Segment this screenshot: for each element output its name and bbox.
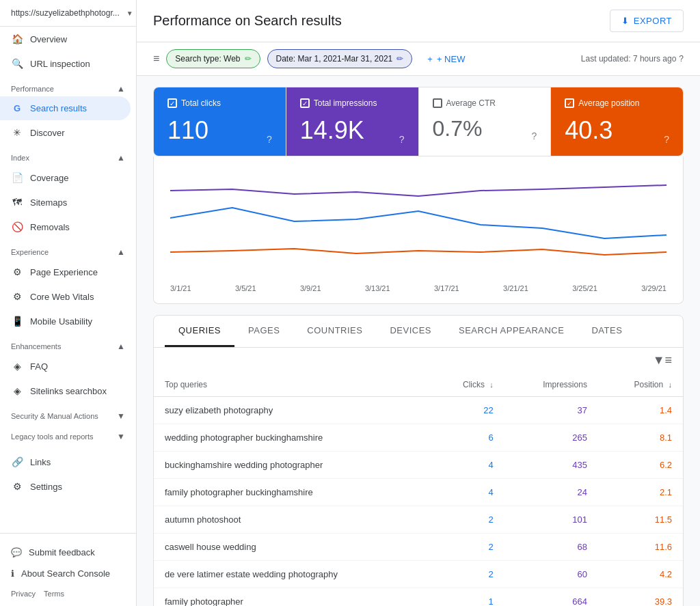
x-label: 3/25/21 <box>572 284 597 292</box>
sidebar-item-coverage[interactable]: 📄 Coverage <box>0 165 131 190</box>
queries-table: Top queries Clicks ↓ Impressions Positio… <box>154 373 683 606</box>
help-icon-ctr[interactable]: ? <box>531 130 537 141</box>
tab-search-appearance[interactable]: SEARCH APPEARANCE <box>445 316 578 347</box>
metric-header-impressions: ✓ Total impressions <box>300 98 405 108</box>
help-icon[interactable]: ? <box>679 54 684 64</box>
cell-impressions: 101 <box>504 506 598 534</box>
x-label: 3/17/21 <box>434 284 459 292</box>
feedback-icon: 💬 <box>11 547 22 557</box>
privacy-link[interactable]: Privacy <box>11 590 36 598</box>
metric-card-total-clicks[interactable]: ✓ Total clicks 110 ? <box>154 87 286 156</box>
export-button[interactable]: ⬇ EXPORT <box>610 10 684 32</box>
table-row[interactable]: suzy elizabeth photography 22 37 1.4 <box>154 397 683 424</box>
submit-feedback-item[interactable]: 💬 Submit feedback <box>11 542 125 563</box>
cell-impressions: 60 <box>504 561 598 588</box>
table-filter-icon[interactable]: ▼≡ <box>653 353 672 368</box>
tab-pages[interactable]: PAGES <box>234 316 293 347</box>
search-type-filter[interactable]: Search type: Web ✏ <box>166 49 260 68</box>
edit-icon: ✏ <box>396 54 403 64</box>
last-updated: Last updated: 7 hours ago ? <box>581 54 684 64</box>
checkbox-ctr <box>433 98 442 108</box>
help-icon-impressions[interactable]: ? <box>399 134 405 145</box>
security-section-header[interactable]: Security & Manual Actions ▼ <box>0 403 136 424</box>
metric-card-total-impressions[interactable]: ✓ Total impressions 14.9K ? <box>286 87 419 156</box>
table-row[interactable]: buckinghamshire wedding photographer 4 4… <box>154 452 683 479</box>
metric-card-average-ctr[interactable]: Average CTR 0.7% ? <box>419 87 552 156</box>
about-search-console-item[interactable]: ℹ About Search Console <box>11 563 125 584</box>
help-icon-clicks[interactable]: ? <box>267 134 272 145</box>
sidebar-item-settings[interactable]: ⚙ Settings <box>0 474 131 499</box>
sidebar-item-sitelinks-searchbox[interactable]: ◈ Sitelinks searchbox <box>0 378 131 403</box>
sidebar-item-faq[interactable]: ◈ FAQ <box>0 354 131 378</box>
checkbox-clicks: ✓ <box>167 98 177 108</box>
tab-queries[interactable]: QUERIES <box>165 316 234 347</box>
sidebar-item-label: Overview <box>30 34 67 44</box>
sidebar-item-discover[interactable]: ✳ Discover <box>0 120 131 145</box>
table-section: QUERIES PAGES COUNTRIES DEVICES SEARCH A… <box>153 315 684 606</box>
sidebar-item-sitemaps[interactable]: 🗺 Sitemaps <box>0 190 131 215</box>
plus-icon: + <box>427 54 433 64</box>
metric-value-impressions: 14.9K <box>300 116 364 145</box>
cell-position: 11.5 <box>598 506 683 534</box>
sidebar-item-removals[interactable]: 🚫 Removals <box>0 215 131 239</box>
table-row[interactable]: caswell house wedding 2 68 11.6 <box>154 534 683 561</box>
new-filter-button[interactable]: + + NEW <box>419 50 473 68</box>
table-row[interactable]: family photographer 1 664 39.3 <box>154 588 683 607</box>
legacy-section: Legacy tools and reports ▼ <box>0 424 136 444</box>
sidebar-item-core-web-vitals[interactable]: ⚙ Core Web Vitals <box>0 284 131 309</box>
collapse-icon[interactable]: ▲ <box>117 247 125 257</box>
date-filter[interactable]: Date: Mar 1, 2021-Mar 31, 2021 ✏ <box>267 49 413 68</box>
legacy-section-header[interactable]: Legacy tools and reports ▼ <box>0 424 136 444</box>
chevron-down-icon[interactable]: ▼ <box>117 411 125 421</box>
cell-position: 6.2 <box>598 452 683 479</box>
sidebar: https://suzyelizabethphotogr... ▼ 🏠 Over… <box>0 0 137 606</box>
x-label: 3/1/21 <box>170 284 191 292</box>
table-body: suzy elizabeth photography 22 37 1.4 wed… <box>154 397 683 607</box>
tab-dates[interactable]: DATES <box>578 316 636 347</box>
home-icon: 🏠 <box>11 33 23 44</box>
col-header-impressions[interactable]: Impressions <box>504 373 598 397</box>
collapse-icon[interactable]: ▲ <box>117 342 125 351</box>
table-row[interactable]: de vere latimer estate wedding photograp… <box>154 561 683 588</box>
cell-impressions: 37 <box>504 397 598 424</box>
cell-query: de vere latimer estate wedding photograp… <box>154 561 430 588</box>
sidebar-item-search-results[interactable]: G Search results <box>0 96 131 120</box>
table-row[interactable]: autumn photoshoot 2 101 11.5 <box>154 506 683 534</box>
col-header-query: Top queries <box>154 373 430 397</box>
terms-link[interactable]: Terms <box>44 590 64 598</box>
tab-countries[interactable]: COUNTRIES <box>293 316 376 347</box>
sidebar-item-url-inspection[interactable]: 🔍 URL inspection <box>0 51 131 76</box>
table-row[interactable]: wedding photographer buckinghamshire 6 2… <box>154 424 683 452</box>
chevron-down-icon[interactable]: ▼ <box>117 432 125 441</box>
sidebar-item-label: Page Experience <box>30 267 98 277</box>
collapse-icon[interactable]: ▲ <box>117 84 125 94</box>
sidebar-item-mobile-usability[interactable]: 📱 Mobile Usability <box>0 309 131 333</box>
help-icon-position[interactable]: ? <box>664 134 669 145</box>
mobile-icon: 📱 <box>11 316 23 327</box>
x-label: 3/13/21 <box>365 284 390 292</box>
col-header-position[interactable]: Position ↓ <box>598 373 683 397</box>
checkbox-position: ✓ <box>565 98 574 108</box>
sidebar-item-overview[interactable]: 🏠 Overview <box>0 27 131 51</box>
links-settings-nav: 🔗 Links ⚙ Settings <box>0 450 136 499</box>
cell-impressions: 24 <box>504 479 598 506</box>
metric-card-average-position[interactable]: ✓ Average position 40.3 ? <box>551 87 683 156</box>
index-section: Index ▲ 📄 Coverage 🗺 Sitemaps 🚫 Removals <box>0 145 136 239</box>
table-row[interactable]: family photographer buckinghamshire 4 24… <box>154 479 683 506</box>
tab-devices[interactable]: DEVICES <box>376 316 445 347</box>
filter-icon: ≡ <box>153 53 159 65</box>
collapse-icon[interactable]: ▲ <box>117 153 125 163</box>
submit-feedback-label: Submit feedback <box>29 547 95 557</box>
site-selector[interactable]: https://suzyelizabethphotogr... ▼ <box>0 0 136 27</box>
sidebar-item-links[interactable]: 🔗 Links <box>0 450 131 474</box>
metric-value-position: 40.3 <box>565 116 612 145</box>
search-type-label: Search type: Web <box>175 54 240 64</box>
col-header-clicks[interactable]: Clicks ↓ <box>430 373 504 397</box>
sidebar-item-page-experience[interactable]: ⚙ Page Experience <box>0 260 131 284</box>
settings-icon: ⚙ <box>11 481 23 492</box>
cell-impressions: 68 <box>504 534 598 561</box>
sitelinks-icon: ◈ <box>11 385 23 396</box>
filter-bar: ≡ Search type: Web ✏ Date: Mar 1, 2021-M… <box>137 42 700 76</box>
sidebar-item-label: Sitelinks searchbox <box>30 386 107 396</box>
sidebar-item-label: Search results <box>30 103 87 113</box>
